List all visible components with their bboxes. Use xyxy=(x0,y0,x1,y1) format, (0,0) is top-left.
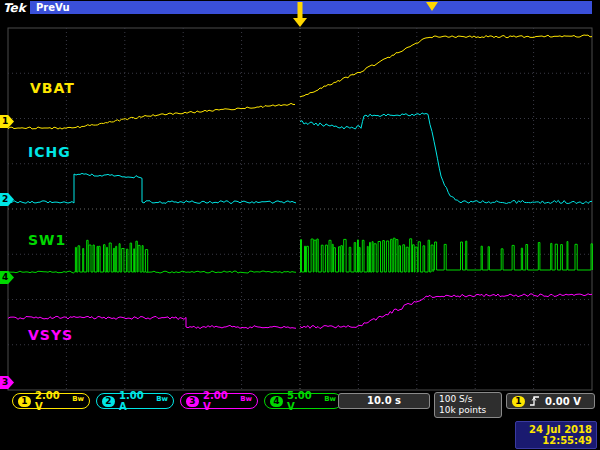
oscilloscope-screen: PreVu Tek 1 2.00 V Bw 2 1.00 A Bw 3 2.00… xyxy=(0,0,600,450)
waveform-ichg xyxy=(300,113,592,204)
expansion-point-marker xyxy=(298,2,303,18)
waveform-label-vbat: VBAT xyxy=(30,80,75,96)
waveform-label-sw1: SW1 xyxy=(28,232,66,248)
ch2-bandwidth-indicator: Bw xyxy=(156,395,168,403)
time-value: 12:55:49 xyxy=(520,435,592,446)
expansion-point-arrow xyxy=(293,18,307,27)
waveform-sw1 xyxy=(432,241,592,270)
sample-rate-value: 100 S/s xyxy=(439,394,497,405)
ch3-scale-readout: 3 2.00 V Bw xyxy=(180,393,258,409)
ch2-scale-value: 1.00 A xyxy=(119,390,152,412)
ch2-scale-readout: 2 1.00 A Bw xyxy=(96,393,174,409)
waveform-vbat xyxy=(300,35,592,97)
scope-display xyxy=(0,0,600,450)
rising-edge-icon xyxy=(529,395,541,407)
waveform-sw1 xyxy=(300,238,433,272)
ch2-badge: 2 xyxy=(102,396,115,407)
waveform-sw1 xyxy=(74,240,148,272)
ch1-scale-value: 2.00 V xyxy=(35,390,68,412)
trigger-position-marker xyxy=(426,2,438,11)
ch3-badge: 3 xyxy=(186,396,199,407)
timebase-readout: 10.0 s xyxy=(338,393,430,409)
acquisition-readout: 100 S/s 10k points xyxy=(434,392,502,418)
tek-logo: Tek xyxy=(3,1,26,15)
waveform-label-vsys: VSYS xyxy=(28,327,73,343)
ch3-bandwidth-indicator: Bw xyxy=(240,395,252,403)
waveform-sw1 xyxy=(146,271,296,273)
trigger-level-value: 0.00 V xyxy=(545,396,581,407)
ch4-scale-readout: 4 5.00 V Bw xyxy=(264,393,342,409)
date-value: 24 Jul 2018 xyxy=(520,424,592,435)
datetime-display: 24 Jul 2018 12:55:49 xyxy=(515,421,597,449)
record-length-value: 10k points xyxy=(439,405,497,416)
ch1-badge: 1 xyxy=(18,396,31,407)
trigger-readout: 1 0.00 V xyxy=(506,393,595,409)
ch4-bandwidth-indicator: Bw xyxy=(324,395,336,403)
waveform-ichg xyxy=(8,173,296,203)
ch4-scale-value: 5.00 V xyxy=(287,390,320,412)
trigger-source-badge: 1 xyxy=(512,396,525,407)
ch1-scale-readout: 1 2.00 V Bw xyxy=(12,393,90,409)
ch3-scale-value: 2.00 V xyxy=(203,390,236,412)
waveform-sw1 xyxy=(8,271,74,273)
ch1-bandwidth-indicator: Bw xyxy=(72,395,84,403)
waveform-label-ichg: ICHG xyxy=(28,144,71,160)
ch4-badge: 4 xyxy=(270,396,283,407)
waveform-vbat xyxy=(8,103,295,129)
